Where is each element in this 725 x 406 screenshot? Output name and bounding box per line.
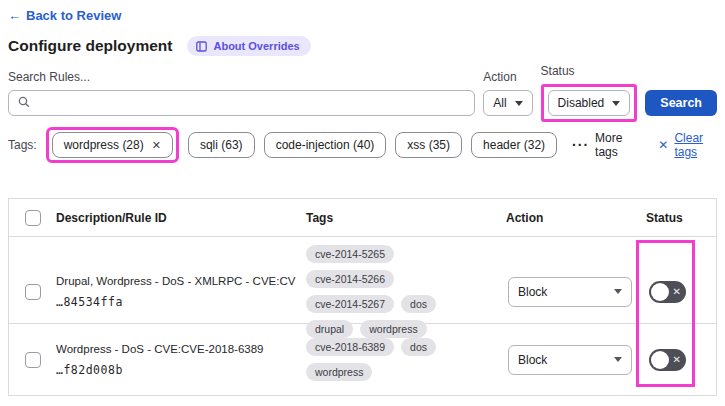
- search-icon: [18, 94, 30, 112]
- column-header-tags: Tags: [306, 211, 506, 225]
- toggle-x-icon: ✕: [673, 355, 681, 365]
- rule-action-cell: Block: [506, 345, 646, 375]
- status-filter-dropdown[interactable]: Disabled: [548, 90, 631, 116]
- tag-chip-label: sqli (63): [200, 138, 243, 152]
- configure-deployment-page: ← Back to Review Configure deployment Ab…: [0, 0, 725, 406]
- select-all-cell: [9, 210, 56, 226]
- clear-tags-button[interactable]: ✕ Clear tags: [658, 131, 717, 159]
- toggle-knob: [651, 283, 669, 301]
- rule-id: …f82d008b: [56, 363, 296, 377]
- column-header-action: Action: [506, 211, 646, 225]
- rule-tag: cve-2014-5265: [306, 245, 394, 263]
- action-filter-label: Action: [483, 70, 532, 84]
- title-row: Configure deployment About Overrides: [8, 36, 717, 56]
- table-row: Wordpress - DoS - CVE:CVE-2018-6389 …f82…: [9, 324, 716, 395]
- search-button[interactable]: Search: [645, 90, 717, 116]
- table-row: Drupal, Wordpress - DoS - XMLRPC - CVE:C…: [9, 237, 716, 324]
- more-tags-button[interactable]: ··· More tags: [572, 131, 635, 159]
- rules-table: Description/Rule ID Tags Action Status D…: [8, 198, 717, 396]
- rule-description: Drupal, Wordpress - DoS - XMLRPC - CVE:C…: [56, 275, 296, 287]
- status-filter-value: Disabled: [558, 96, 605, 110]
- rule-tag: cve-2018-6389: [306, 338, 394, 356]
- about-overrides-badge[interactable]: About Overrides: [187, 36, 310, 56]
- action-filter-dropdown[interactable]: All: [483, 90, 532, 116]
- rule-id: …84534ffa: [56, 295, 296, 309]
- status-toggle-off[interactable]: ✕: [649, 281, 686, 303]
- tag-chip-label: xss (35): [407, 138, 450, 152]
- tag-chip-label: header (32): [483, 138, 545, 152]
- clear-tags-x-icon: ✕: [658, 138, 668, 152]
- rule-tag: dos: [401, 338, 436, 356]
- search-rules-box: [8, 90, 475, 116]
- rule-tags-cell: cve-2018-6389 dos wordpress: [306, 330, 506, 389]
- rule-tag: dos: [401, 295, 436, 313]
- row-checkbox-cell: [9, 284, 56, 300]
- chevron-down-icon: [614, 357, 622, 362]
- row-checkbox-cell: [9, 352, 56, 368]
- select-all-checkbox[interactable]: [25, 210, 41, 226]
- back-link-label: Back to Review: [26, 8, 121, 23]
- tag-chip-sqli[interactable]: sqli (63): [188, 132, 255, 158]
- search-rules-label: Search Rules...: [8, 70, 475, 84]
- table-header-row: Description/Rule ID Tags Action Status: [9, 199, 716, 237]
- more-tags-label: More tags: [595, 131, 635, 159]
- action-select-value: Block: [518, 285, 547, 299]
- toggle-knob: [651, 351, 669, 369]
- chevron-down-icon: [614, 289, 622, 294]
- back-arrow-icon: ←: [8, 8, 21, 23]
- rule-tag: cve-2014-5266: [306, 270, 394, 288]
- ellipsis-icon: ···: [572, 137, 589, 153]
- chevron-down-icon: [515, 101, 523, 106]
- rule-tag: wordpress: [306, 363, 372, 381]
- status-toggle-off[interactable]: ✕: [649, 349, 686, 371]
- toggle-x-icon: ✕: [673, 287, 681, 297]
- rule-description-cell: Wordpress - DoS - CVE:CVE-2018-6389 …f82…: [56, 343, 306, 377]
- about-overrides-label: About Overrides: [213, 40, 299, 52]
- back-to-review-link[interactable]: ← Back to Review: [8, 8, 121, 23]
- rule-tag: cve-2014-5267: [306, 295, 394, 313]
- row-checkbox[interactable]: [25, 284, 41, 300]
- search-rules-group: Search Rules...: [8, 70, 475, 116]
- tags-bar: Tags: wordpress (28) ✕ sqli (63) code-in…: [8, 127, 717, 163]
- selected-tag-highlight: wordpress (28) ✕: [46, 127, 179, 163]
- status-filter-group: Status Disabled: [541, 64, 638, 116]
- rule-description: Wordpress - DoS - CVE:CVE-2018-6389: [56, 343, 296, 355]
- remove-tag-icon[interactable]: ✕: [152, 139, 161, 152]
- status-filter-label: Status: [541, 64, 638, 78]
- rule-status-cell: ✕: [646, 349, 716, 371]
- tag-chip-label: code-injection (40): [276, 138, 375, 152]
- column-header-status: Status: [646, 211, 716, 225]
- action-select-dropdown[interactable]: Block: [508, 277, 632, 307]
- rule-action-cell: Block: [506, 277, 646, 307]
- chevron-down-icon: [612, 101, 620, 106]
- tag-chip-label: wordpress (28): [64, 138, 144, 152]
- tag-chip-xss[interactable]: xss (35): [395, 132, 462, 158]
- tags-bar-label: Tags:: [8, 138, 37, 152]
- tag-chip-header[interactable]: header (32): [471, 132, 557, 158]
- action-filter-group: Action All: [483, 70, 532, 116]
- tag-chip-code-injection[interactable]: code-injection (40): [264, 132, 387, 158]
- rule-status-cell: ✕: [646, 281, 716, 303]
- rule-description-cell: Drupal, Wordpress - DoS - XMLRPC - CVE:C…: [56, 275, 306, 309]
- docs-icon: [196, 41, 207, 52]
- page-title: Configure deployment: [8, 37, 172, 55]
- action-select-dropdown[interactable]: Block: [508, 345, 632, 375]
- status-filter-highlight: Disabled: [541, 84, 638, 122]
- row-checkbox[interactable]: [25, 352, 41, 368]
- action-filter-value: All: [493, 96, 506, 110]
- search-rules-input[interactable]: [37, 96, 465, 110]
- filters-row: Search Rules... Action All Status Disabl…: [8, 64, 717, 116]
- action-select-value: Block: [518, 353, 547, 367]
- column-header-description: Description/Rule ID: [56, 211, 306, 225]
- clear-tags-label: Clear tags: [674, 131, 717, 159]
- tag-chip-wordpress[interactable]: wordpress (28) ✕: [52, 132, 173, 158]
